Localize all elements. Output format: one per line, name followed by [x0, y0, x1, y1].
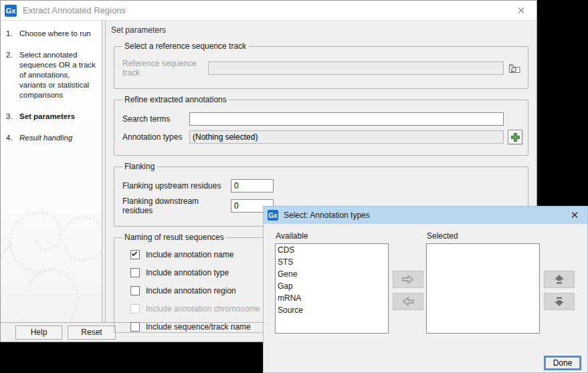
- flanking-legend: Flanking: [122, 162, 157, 171]
- wizard-step-label: Result handling: [19, 133, 97, 143]
- wizard-step: 2. Select annotated sequences OR a track…: [6, 50, 100, 100]
- arrow-up-icon: [554, 275, 565, 284]
- checkbox-label: Include annotation region: [146, 286, 236, 295]
- main-close-icon[interactable]: ✕: [514, 4, 528, 17]
- refine-annotations-group: Refine extracted annotations Search term…: [114, 95, 528, 156]
- available-list-item[interactable]: mRNA: [276, 292, 388, 304]
- checkbox[interactable]: [130, 268, 140, 277]
- checkbox-label: Include annotation chromosome: [146, 304, 260, 314]
- search-terms-label: Search terms: [122, 114, 189, 124]
- move-left-button[interactable]: [393, 293, 423, 310]
- wizard-step-number: 4.: [6, 133, 19, 143]
- checkbox[interactable]: [130, 304, 140, 314]
- wizard-step: 3. Set parameters: [6, 112, 100, 122]
- wizard-step-number: 3.: [6, 112, 19, 122]
- sub-close-icon[interactable]: ✕: [568, 209, 581, 222]
- wizard-step: 1. Choose where to run: [6, 29, 100, 39]
- available-list-item[interactable]: CDS: [276, 244, 388, 256]
- arrow-left-icon: [402, 297, 414, 306]
- flanking-upstream-label: Flanking upstream residues: [122, 181, 231, 191]
- add-annotation-types-button[interactable]: [508, 130, 522, 144]
- flanking-downstream-label: Flanking downstream residues: [122, 197, 231, 215]
- select-annotation-types-dialog: Gx Select: Annotation types ✕ Available …: [263, 206, 588, 373]
- available-listbox[interactable]: CDS STS Gene Gap mRNA Source: [275, 243, 389, 334]
- annotation-types-field: [189, 130, 504, 144]
- wizard-step-number: 2.: [6, 50, 19, 100]
- sub-dialog-title: Select: Annotation types: [284, 211, 370, 220]
- checkbox-label: Include annotation type: [146, 268, 229, 277]
- wizard-step-label: Select annotated sequences OR a track of…: [19, 50, 97, 100]
- available-list-item[interactable]: Gene: [276, 268, 388, 280]
- sub-dialog-body: Available Selected CDS STS Gene Gap mRNA…: [264, 224, 587, 372]
- checkbox-label: Include sequence/track name: [146, 322, 251, 332]
- reference-track-label: Reference sequence track: [122, 59, 208, 78]
- plus-icon: [511, 133, 520, 142]
- sub-dialog-titlebar[interactable]: Gx Select: Annotation types ✕: [264, 207, 587, 224]
- app-gx-icon: Gx: [5, 5, 17, 17]
- move-up-button[interactable]: [544, 271, 575, 288]
- refine-annotations-legend: Refine extracted annotations: [122, 95, 229, 104]
- done-button[interactable]: Done: [544, 356, 581, 370]
- available-label: Available: [276, 231, 308, 241]
- arrow-down-icon: [554, 297, 565, 306]
- available-list-item[interactable]: Source: [276, 304, 388, 316]
- checkbox[interactable]: [130, 322, 140, 332]
- binary-swirl-watermark: 0101101001101001011010010110100101011010…: [1, 165, 101, 322]
- search-terms-input[interactable]: [189, 112, 504, 126]
- help-button[interactable]: Help: [15, 326, 62, 340]
- reference-track-input: [208, 61, 504, 75]
- wizard-steps-sidebar: 1. Choose where to run 2. Select annotat…: [1, 21, 102, 322]
- selected-listbox[interactable]: [426, 243, 540, 334]
- app-gx-icon: Gx: [268, 210, 278, 221]
- reset-button[interactable]: Reset: [68, 326, 116, 340]
- main-dialog-title: Extract Annotated Regions: [23, 5, 126, 15]
- checkbox-label: Include annotation name: [146, 250, 233, 259]
- svg-text:010110100110100101101001011010: 0101101001101001011010010110100101011010…: [1, 165, 63, 273]
- flanking-upstream-input[interactable]: [231, 179, 274, 193]
- main-dialog-titlebar[interactable]: Gx Extract Annotated Regions ✕: [1, 1, 536, 21]
- available-list-item[interactable]: Gap: [276, 280, 388, 292]
- wizard-step-label: Choose where to run: [19, 29, 97, 39]
- move-right-button[interactable]: [393, 271, 423, 288]
- naming-legend: Naming of result sequences: [122, 233, 226, 242]
- wizard-step-label: Set parameters: [19, 112, 97, 122]
- reference-track-legend: Select a reference sequence track: [122, 41, 248, 51]
- arrow-right-icon: [402, 275, 414, 284]
- move-down-button[interactable]: [544, 293, 575, 310]
- browse-folder-icon[interactable]: [506, 61, 522, 76]
- checkmark-icon: [132, 251, 137, 256]
- reference-track-group: Select a reference sequence track Refere…: [114, 41, 528, 89]
- annotation-types-label: Annotation types: [122, 132, 189, 142]
- wizard-step-list: 1. Choose where to run 2. Select annotat…: [6, 29, 100, 143]
- selected-label: Selected: [427, 231, 458, 241]
- checkbox[interactable]: [130, 250, 140, 259]
- checkbox[interactable]: [130, 286, 140, 295]
- wizard-step: 4. Result handling: [6, 133, 100, 143]
- wizard-step-number: 1.: [6, 29, 19, 39]
- panel-header: Set parameters: [111, 25, 536, 35]
- available-list-item[interactable]: STS: [276, 256, 388, 268]
